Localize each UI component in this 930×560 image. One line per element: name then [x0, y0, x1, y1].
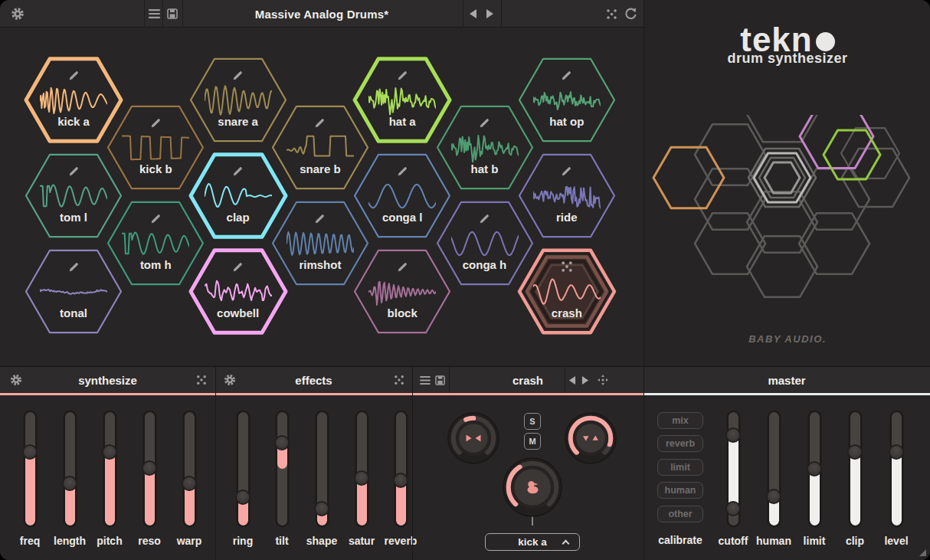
- slider-thumb[interactable]: [274, 435, 290, 450]
- next-pad-icon[interactable]: [581, 367, 590, 393]
- slider-cutoff[interactable]: cutoff: [725, 412, 742, 554]
- slider-ring[interactable]: ring: [234, 412, 251, 554]
- knob-duck[interactable]: [501, 456, 564, 519]
- slider-thumb[interactable]: [725, 427, 741, 443]
- slider-thumb[interactable]: [235, 490, 251, 505]
- calibrate-button-limit[interactable]: limit: [657, 459, 703, 476]
- pad-edit-pencil-icon[interactable]: [270, 212, 370, 225]
- pad-cowbell[interactable]: cowbell: [188, 248, 288, 335]
- brand-name: BABY AUDIO.: [644, 333, 930, 345]
- slider-thumb[interactable]: [314, 501, 329, 516]
- route-dropdown-value: kick a: [518, 536, 547, 548]
- effects-dice-icon[interactable]: [394, 367, 404, 393]
- chevron-up-icon: [562, 540, 570, 548]
- slider-thumb[interactable]: [393, 473, 408, 488]
- pad-label: crash: [517, 306, 617, 319]
- prev-pad-icon[interactable]: [568, 367, 576, 393]
- preset-menu-icon[interactable]: [147, 0, 161, 28]
- slider-length[interactable]: length: [61, 412, 78, 554]
- logo-subtitle: drum synthesizer: [644, 51, 930, 67]
- pad-dice-icon[interactable]: [517, 260, 617, 273]
- slider-thumb[interactable]: [22, 444, 38, 460]
- slider-thumb[interactable]: [725, 501, 741, 516]
- pad-edit-pencil-icon[interactable]: [435, 116, 535, 129]
- slider-thumb[interactable]: [847, 444, 863, 460]
- logo-panel: tekno drum synthesizer BABY AUDIO.: [643, 0, 930, 366]
- knob-pan[interactable]: [446, 411, 501, 466]
- slider-thumb[interactable]: [766, 489, 781, 504]
- slider-pitch[interactable]: pitch: [101, 412, 118, 554]
- pad-edit-pencil-icon[interactable]: [352, 69, 452, 82]
- prev-preset-icon[interactable]: [466, 0, 480, 28]
- pad-waveform: [122, 130, 189, 165]
- pad-edit-pencil-icon[interactable]: [188, 69, 288, 82]
- pad-edit-pencil-icon[interactable]: [106, 212, 205, 225]
- slider-thumb[interactable]: [182, 476, 197, 491]
- pad-edit-pencil-icon[interactable]: [24, 165, 123, 178]
- slider-human[interactable]: human: [765, 412, 782, 554]
- slider-satur[interactable]: satur: [353, 412, 370, 554]
- pad-waveform: [533, 178, 601, 214]
- slider-shape[interactable]: shape: [313, 412, 330, 554]
- pad-waveform: [451, 226, 519, 261]
- slider-thumb[interactable]: [354, 470, 369, 486]
- pad-crash[interactable]: crash: [517, 248, 617, 335]
- slider-level[interactable]: level: [888, 412, 905, 554]
- locate-pad-icon[interactable]: [597, 367, 609, 393]
- calibrate-button-other[interactable]: other: [657, 506, 703, 522]
- next-preset-icon[interactable]: [483, 0, 497, 28]
- pad-edit-pencil-icon[interactable]: [270, 116, 370, 129]
- effects-title: effects: [215, 367, 412, 393]
- slider-warp[interactable]: warp: [181, 412, 198, 554]
- effects-accent-bar: [215, 393, 412, 395]
- pad-edit-pencil-icon[interactable]: [352, 260, 452, 273]
- slider-freq[interactable]: freq: [21, 412, 38, 554]
- pad-edit-pencil-icon[interactable]: [517, 69, 617, 82]
- slider-track: [850, 412, 860, 526]
- slider-thumb[interactable]: [62, 476, 77, 491]
- slider-limit[interactable]: limit: [806, 412, 823, 554]
- slider-thumb[interactable]: [807, 461, 822, 476]
- pad-block[interactable]: block: [352, 248, 452, 335]
- synthesize-accent-bar: [0, 393, 215, 395]
- reset-icon[interactable]: [623, 0, 638, 28]
- slider-reso[interactable]: reso: [141, 412, 158, 554]
- slider-reverb[interactable]: reverb: [392, 412, 409, 554]
- solo-button[interactable]: S: [524, 413, 541, 430]
- calibrate-button-mix[interactable]: mix: [657, 412, 703, 429]
- divider: [565, 367, 565, 393]
- settings-gear-icon[interactable]: [9, 0, 26, 28]
- pad-edit-pencil-icon[interactable]: [188, 165, 288, 178]
- pad-edit-pencil-icon[interactable]: [106, 116, 205, 129]
- preset-title[interactable]: Massive Analog Drums*: [184, 0, 460, 28]
- calibrate-button-reverb[interactable]: reverb: [657, 435, 703, 452]
- save-icon[interactable]: [165, 0, 179, 28]
- slider-thumb[interactable]: [142, 460, 157, 476]
- pad-waveform: [451, 130, 519, 165]
- slider-track: [277, 412, 287, 526]
- slider-thumb[interactable]: [102, 444, 117, 460]
- knob-tune[interactable]: [563, 411, 618, 466]
- pad-edit-pencil-icon[interactable]: [435, 212, 535, 225]
- calibrate-button-human[interactable]: human: [657, 482, 703, 499]
- divider: [144, 0, 145, 28]
- pad-edit-pencil-icon[interactable]: [517, 165, 617, 178]
- mute-button[interactable]: M: [524, 433, 541, 450]
- top-bar: Massive Analog Drums*: [0, 0, 643, 28]
- pad-edit-pencil-icon[interactable]: [188, 260, 288, 273]
- resize-grip[interactable]: [919, 549, 926, 556]
- pad-edit-pencil-icon[interactable]: [24, 69, 123, 82]
- slider-tilt[interactable]: tilt: [273, 412, 290, 554]
- divider: [412, 367, 413, 560]
- pad-edit-pencil-icon[interactable]: [24, 260, 123, 273]
- slider-thumb[interactable]: [889, 444, 904, 460]
- randomize-dice-icon[interactable]: [604, 0, 618, 28]
- pad-waveform: [205, 83, 272, 118]
- pad-edit-pencil-icon[interactable]: [352, 165, 452, 178]
- divider: [182, 0, 183, 28]
- pad-tonal[interactable]: tonal: [24, 248, 123, 335]
- route-dropdown[interactable]: kick a: [485, 533, 580, 551]
- synthesize-dice-icon[interactable]: [196, 367, 207, 393]
- slider-clip[interactable]: clip: [846, 412, 863, 554]
- pad-waveform: [122, 226, 189, 261]
